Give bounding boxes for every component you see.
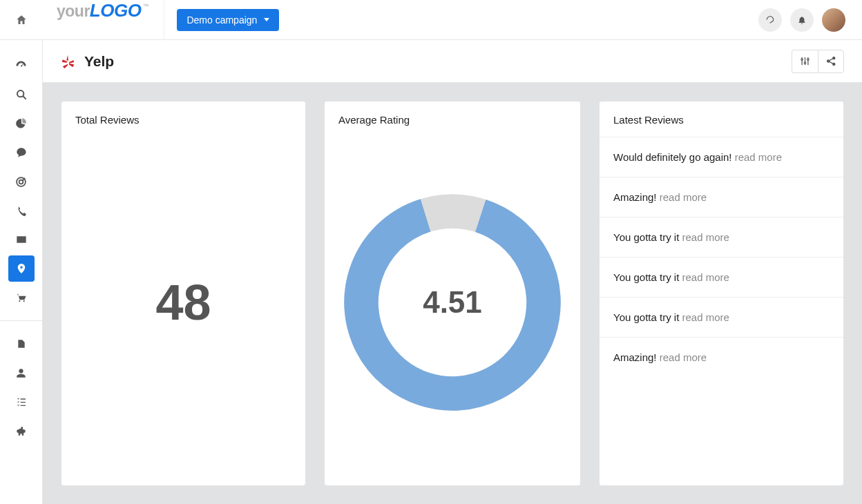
review-row[interactable]: Would definitely go again! read more <box>600 137 843 177</box>
logo-tm: ™ <box>142 3 149 10</box>
review-row[interactable]: You gotta try it read more <box>600 297 843 337</box>
review-row[interactable]: You gotta try it read more <box>600 217 843 257</box>
yelp-icon <box>61 54 76 69</box>
latest-reviews-card: Latest Reviews Would definitely go again… <box>599 101 844 486</box>
chevron-down-icon <box>264 18 269 21</box>
review-text: Would definitely go again! <box>613 151 735 163</box>
campaign-label: Demo campaign <box>186 14 257 26</box>
page-actions <box>792 50 844 73</box>
page: Yelp Total Reviews 48 Average Rating 4.5… <box>43 40 862 504</box>
logo-main: LOGO <box>90 0 142 21</box>
header-right <box>758 8 862 32</box>
sidebar-item-cart[interactable] <box>8 284 35 311</box>
avatar[interactable] <box>822 8 845 32</box>
review-text: Amazing! <box>613 191 660 203</box>
total-reviews-title: Total Reviews <box>75 114 291 126</box>
sidebar-item-comments[interactable] <box>8 139 35 166</box>
help-button[interactable] <box>758 8 782 32</box>
svg-point-9 <box>807 59 810 61</box>
review-row[interactable]: You gotta try it read more <box>600 257 843 297</box>
sidebar-item-calls[interactable] <box>8 197 35 224</box>
review-row[interactable]: Amazing! read more <box>600 177 843 217</box>
logo-prefix: your <box>57 2 90 21</box>
total-reviews-value: 48 <box>75 131 291 473</box>
read-more-link[interactable]: read more <box>682 231 729 243</box>
svg-point-5 <box>801 59 803 61</box>
review-text: Amazing! <box>613 351 660 363</box>
sidebar <box>0 40 43 504</box>
svg-line-1 <box>23 96 26 99</box>
sidebar-item-tasks[interactable] <box>8 389 35 415</box>
review-text: You gotta try it <box>613 231 682 243</box>
sidebar-item-target[interactable] <box>8 168 35 195</box>
average-rating-card: Average Rating 4.51 <box>324 101 581 486</box>
sidebar-item-search[interactable] <box>8 81 35 108</box>
sidebar-item-plugin[interactable] <box>8 418 35 444</box>
sidebar-item-location[interactable] <box>8 255 35 282</box>
rating-value: 4.51 <box>423 285 482 320</box>
svg-point-0 <box>17 90 23 97</box>
app-header: your LOGO ™ Demo campaign <box>0 0 862 40</box>
latest-reviews-title: Latest Reviews <box>600 114 843 126</box>
content: Total Reviews 48 Average Rating 4.51 Lat… <box>43 83 862 504</box>
sidebar-divider <box>0 320 43 321</box>
reviews-list[interactable]: Would definitely go again! read moreAmaz… <box>600 137 843 485</box>
read-more-link[interactable]: read more <box>660 191 707 203</box>
share-button[interactable] <box>818 50 844 73</box>
logo[interactable]: your LOGO ™ <box>43 0 164 40</box>
home-icon[interactable] <box>0 14 43 26</box>
campaign-selector[interactable]: Demo campaign <box>177 9 279 31</box>
review-text: You gotta try it <box>613 311 682 323</box>
average-rating-title: Average Rating <box>338 114 566 126</box>
review-text: You gotta try it <box>613 271 682 283</box>
read-more-link[interactable]: read more <box>682 311 729 323</box>
page-header: Yelp <box>43 40 862 83</box>
page-title: Yelp <box>84 53 114 70</box>
review-row[interactable]: Amazing! read more <box>600 337 843 377</box>
sidebar-item-reports[interactable] <box>8 110 35 137</box>
svg-line-13 <box>829 59 833 61</box>
sidebar-item-user[interactable] <box>8 360 35 386</box>
read-more-link[interactable]: read more <box>735 151 782 163</box>
sidebar-item-mail[interactable] <box>8 226 35 253</box>
read-more-link[interactable]: read more <box>660 351 707 363</box>
svg-point-7 <box>804 62 806 64</box>
rating-donut: 4.51 <box>338 131 566 473</box>
total-reviews-card: Total Reviews 48 <box>61 101 306 486</box>
notifications-button[interactable] <box>790 8 814 32</box>
read-more-link[interactable]: read more <box>682 271 729 283</box>
svg-line-14 <box>829 61 833 64</box>
settings-button[interactable] <box>792 50 818 73</box>
sidebar-item-dashboard[interactable] <box>8 52 35 79</box>
sidebar-item-file[interactable] <box>8 331 35 357</box>
